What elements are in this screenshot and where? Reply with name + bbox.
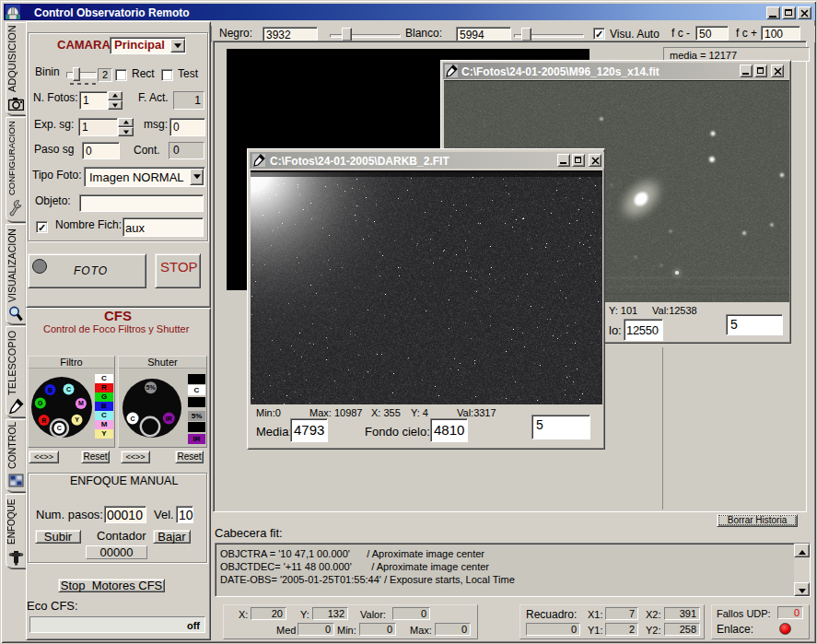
svg-text:G: G bbox=[38, 400, 43, 406]
svg-text:C: C bbox=[130, 416, 134, 422]
svg-text:M: M bbox=[78, 400, 84, 406]
svg-text:C: C bbox=[66, 386, 71, 392]
svg-text:Y: Y bbox=[75, 416, 79, 423]
svg-text:5%: 5% bbox=[146, 384, 157, 391]
svg-text:R: R bbox=[41, 417, 46, 424]
svg-text:IR: IR bbox=[166, 416, 172, 422]
svg-text:C: C bbox=[57, 425, 62, 431]
svg-text:B: B bbox=[48, 387, 53, 393]
